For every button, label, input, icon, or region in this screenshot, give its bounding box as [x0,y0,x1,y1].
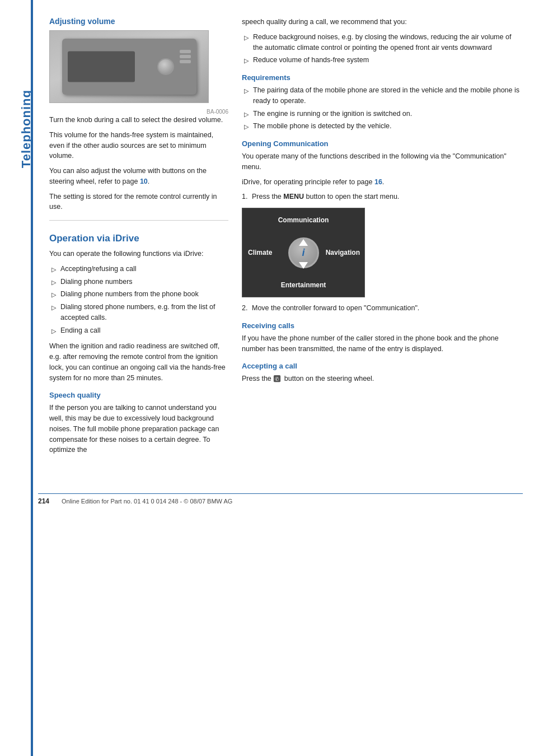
right-column: speech quality during a call, we recomme… [242,17,523,460]
opening-communication-title: Opening Communication [242,139,523,148]
list-item: Dialing phone numbers from the phone boo… [49,289,228,300]
phone-icon: ✆ [273,375,282,384]
adjusting-volume-para4: The setting is stored for the remote con… [49,192,228,213]
receiving-calls-text: If you have the phone number of the call… [242,333,523,354]
adjusting-volume-para3: You can also adjust the volume with butt… [49,166,228,187]
opening-comm-para1: You operate many of the functions descri… [242,151,523,172]
operation-idrive-title: Operation via iDrive [49,233,228,244]
accepting-call-title: Accepting a call [242,362,523,370]
idrive-graphic: Communication Climate i Navigation Enter… [242,208,365,297]
requirements-list: The pairing data of the mobile phone are… [242,85,523,132]
radio-image [49,30,209,103]
speech-bullet-2: Reduce volume of hands-free system [242,55,523,66]
receiving-calls-title: Receiving calls [242,321,523,330]
sidebar-blue-line [31,0,33,756]
radio-body [62,39,196,95]
list-item: Ending a call [49,325,228,336]
idrive-label-entertainment: Entertainment [281,281,326,289]
step-1: 1. Press the MENU button to open the sta… [242,192,523,202]
list-item: Dialing stored phone numbers, e.g. from … [49,302,228,323]
list-item: Dialing phone numbers [49,277,228,287]
speech-quality-title: Speech quality [49,391,228,399]
adjusting-volume-title: Adjusting volume [49,17,228,26]
footer-caption: Online Edition for Part no. 01 41 0 014 … [62,498,232,505]
requirement-3: The mobile phone is detected by the vehi… [242,121,523,132]
idrive-i-icon: i [302,247,305,259]
opening-comm-steps: 1. Press the MENU button to open the sta… [242,192,523,202]
requirements-title: Requirements [242,73,523,82]
arrow-down-icon [299,262,308,269]
two-columns: Adjusting volume BA-0006 Tur [49,17,523,460]
idrive-label-communication: Communication [278,216,329,224]
continued-text: speech quality during a call, we recomme… [242,17,523,27]
left-column: Adjusting volume BA-0006 Tur [49,17,228,460]
idrive-ignition-text: When the ignition and radio readiness ar… [49,341,228,383]
idrive-label-navigation: Navigation [326,249,360,256]
arrow-up-icon [299,239,308,246]
page-ref-10[interactable]: 10 [140,178,148,185]
page-ref-16[interactable]: 16 [374,178,382,186]
speech-bullet-1: Reduce background noises, e.g. by closin… [242,32,523,53]
speech-quality-text: If the person you are talking to cannot … [49,403,228,455]
opening-comm-para2: iDrive, for operating principle refer to… [242,177,523,188]
idrive-feature-list: Accepting/refusing a call Dialing phone … [49,264,228,336]
divider-1 [49,220,228,221]
page-number: 214 [38,497,55,505]
list-item: Accepting/refusing a call [49,264,228,274]
main-content: Adjusting volume BA-0006 Tur [38,0,534,477]
menu-bold: MENU [283,193,304,200]
radio-knob [157,58,174,75]
accepting-call-text: Press the ✆ button on the steering wheel… [242,374,523,384]
radio-buttons [180,50,191,63]
svg-text:✆: ✆ [275,376,279,381]
page-footer: 214 Online Edition for Part no. 01 41 0 … [38,493,523,505]
image-caption: BA-0006 [49,109,228,115]
radio-screen [68,52,135,82]
sidebar: Telephoning [0,0,34,756]
speech-bullets: Reduce background noises, e.g. by closin… [242,32,523,66]
step-2: 2. Move the controller forward to open "… [242,303,523,314]
requirement-2: The engine is running or the ignition is… [242,109,523,119]
opening-comm-step2: 2. Move the controller forward to open "… [242,303,523,314]
idrive-label-climate: Climate [248,249,272,256]
radio-inner [50,31,208,102]
adjusting-volume-para2: This volume for the hands-free system is… [49,130,228,161]
requirement-1: The pairing data of the mobile phone are… [242,85,523,106]
idrive-intro: You can operate the following functions … [49,249,228,259]
adjusting-volume-para1: Turn the knob during a call to select th… [49,115,228,125]
